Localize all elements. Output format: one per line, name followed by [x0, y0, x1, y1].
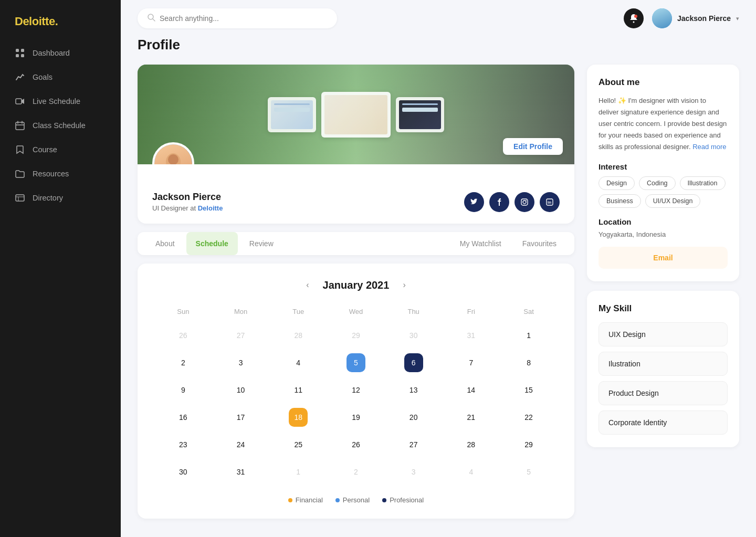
table-row[interactable]: 3	[385, 458, 443, 486]
table-row[interactable]: 17	[212, 404, 270, 431]
calendar-icon	[15, 120, 25, 131]
tab-favourites[interactable]: Favourites	[513, 232, 566, 255]
sidebar-item-live-schedule[interactable]: Live Schedule	[6, 89, 114, 113]
cal-header-fri: Fri	[443, 304, 500, 322]
table-row[interactable]: 28	[269, 322, 327, 349]
sidebar: Deloitte. Dashboard Goals	[0, 0, 121, 537]
notification-bell[interactable]	[624, 8, 644, 28]
interest-tag[interactable]: Design	[598, 176, 635, 190]
table-row[interactable]: 29	[500, 431, 558, 458]
profile-banner: Edit Profile	[138, 65, 574, 164]
calendar-legend: Financial Personal Profesional	[154, 496, 558, 504]
sidebar-item-goals[interactable]: Goals	[6, 65, 114, 89]
interest-tag[interactable]: Business	[598, 194, 641, 208]
calendar-next-button[interactable]: ›	[398, 278, 410, 292]
topbar-right: Jackson Pierce ▾	[624, 8, 739, 28]
table-row[interactable]: 31	[443, 322, 500, 349]
read-more-link[interactable]: Read more	[692, 143, 726, 151]
table-row[interactable]: 4	[443, 458, 500, 486]
calendar-header: ‹ January 2021 ›	[154, 278, 558, 292]
email-button[interactable]: Email	[598, 247, 728, 269]
table-row[interactable]: 31	[212, 458, 270, 486]
table-row[interactable]: 11	[269, 376, 327, 404]
tab-review[interactable]: Review	[240, 232, 283, 255]
mockup-1	[268, 97, 316, 132]
facebook-button[interactable]	[489, 192, 509, 212]
profile-name: Jackson Pierce	[152, 192, 223, 203]
sidebar-item-course[interactable]: Course	[6, 138, 114, 162]
table-row[interactable]: 13	[385, 376, 443, 404]
table-row[interactable]: 15	[500, 376, 558, 404]
skill-item: Product Design	[598, 381, 728, 405]
table-row[interactable]: 12	[327, 376, 385, 404]
table-row[interactable]: 19	[327, 404, 385, 431]
legend-financial: Financial	[288, 496, 323, 504]
table-row[interactable]: 7	[443, 349, 500, 376]
table-row[interactable]: 1	[269, 458, 327, 486]
search-input[interactable]	[160, 14, 328, 23]
tab-schedule[interactable]: Schedule	[186, 232, 238, 255]
table-row[interactable]: 5	[500, 458, 558, 486]
table-row[interactable]: 9	[154, 376, 212, 404]
table-row[interactable]: 3	[212, 349, 270, 376]
svg-rect-4	[16, 99, 22, 104]
avatar-image	[652, 8, 672, 28]
tab-about[interactable]: About	[146, 232, 184, 255]
interest-tag[interactable]: Illustration	[680, 176, 726, 190]
instagram-icon	[521, 198, 528, 206]
table-row[interactable]: 8	[500, 349, 558, 376]
table-row[interactable]: 4	[269, 349, 327, 376]
search-bar[interactable]	[138, 8, 337, 28]
app-logo: Deloitte.	[0, 0, 121, 41]
sidebar-item-resources[interactable]: Resources	[6, 162, 114, 186]
sidebar-item-label: Goals	[33, 73, 52, 81]
table-row[interactable]: 23	[154, 431, 212, 458]
table-row[interactable]: 25	[269, 431, 327, 458]
table-row[interactable]: 22	[500, 404, 558, 431]
table-row[interactable]: 21	[443, 404, 500, 431]
edit-profile-button[interactable]: Edit Profile	[503, 138, 563, 155]
tab-my-watchlist[interactable]: My Watchlist	[450, 232, 511, 255]
table-row[interactable]: 20	[385, 404, 443, 431]
chevron-down-icon: ▾	[736, 15, 739, 22]
table-row[interactable]: 28	[443, 431, 500, 458]
sidebar-item-directory[interactable]: Directory	[6, 186, 114, 210]
interest-title: Interest	[598, 162, 728, 171]
about-me-text: Hello! ✨ I'm designer with vision to del…	[598, 95, 728, 153]
table-row[interactable]: 26	[327, 431, 385, 458]
table-row[interactable]: 16	[154, 404, 212, 431]
table-row[interactable]: 14	[443, 376, 500, 404]
linkedin-button[interactable]: in	[540, 192, 560, 212]
social-icons: in	[464, 192, 560, 212]
table-row[interactable]: 2	[327, 458, 385, 486]
table-row[interactable]: 10	[212, 376, 270, 404]
svg-rect-1	[21, 49, 24, 52]
table-row[interactable]: 1	[500, 322, 558, 349]
table-row[interactable]: 18	[269, 404, 327, 431]
sidebar-item-class-schedule[interactable]: Class Schedule	[6, 113, 114, 138]
interest-tag[interactable]: Coding	[639, 176, 676, 190]
table-row[interactable]: 30	[154, 458, 212, 486]
table-row[interactable]: 2	[154, 349, 212, 376]
sidebar-nav: Dashboard Goals Live Schedule	[0, 41, 121, 210]
svg-point-15	[633, 22, 635, 23]
table-row[interactable]: 27	[385, 431, 443, 458]
interest-tag[interactable]: UI/UX Design	[645, 194, 701, 208]
profile-avatar	[154, 144, 192, 164]
instagram-button[interactable]	[514, 192, 534, 212]
linkedin-icon: in	[546, 198, 553, 206]
chart-icon	[15, 72, 25, 82]
table-row[interactable]: 5	[327, 349, 385, 376]
table-row[interactable]: 29	[327, 322, 385, 349]
table-row[interactable]: 26	[154, 322, 212, 349]
table-row[interactable]: 24	[212, 431, 270, 458]
svg-rect-10	[16, 195, 24, 201]
twitter-button[interactable]	[464, 192, 484, 212]
table-row[interactable]: 27	[212, 322, 270, 349]
table-row[interactable]: 6	[385, 349, 443, 376]
user-menu[interactable]: Jackson Pierce ▾	[652, 8, 739, 28]
table-row[interactable]: 30	[385, 322, 443, 349]
calendar-prev-button[interactable]: ‹	[302, 278, 313, 292]
page-title: Profile	[138, 37, 739, 53]
sidebar-item-dashboard[interactable]: Dashboard	[6, 41, 114, 65]
